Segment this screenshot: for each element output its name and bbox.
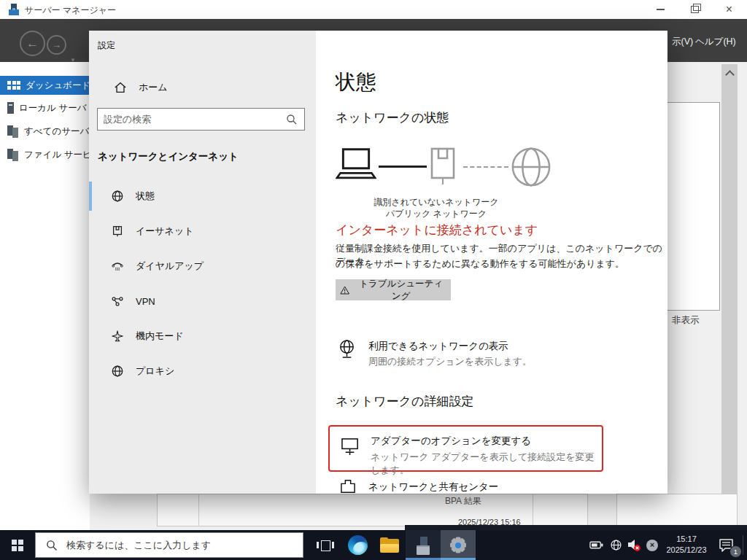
bpa-results-label: BPA 結果: [445, 495, 481, 508]
network-name: 識別されていないネットワーク: [360, 196, 513, 209]
connection-status-text: インターネットに接続されています: [336, 222, 538, 238]
panel-divider: [198, 494, 199, 526]
troubleshoot-button[interactable]: トラブルシューティング: [336, 279, 451, 300]
start-button[interactable]: [0, 530, 35, 560]
window-edge-strip: [405, 525, 747, 530]
scrollbar[interactable]: [721, 64, 738, 528]
nav-status[interactable]: 状態: [89, 182, 316, 211]
sharing-center-row[interactable]: ネットワークと共有センター: [336, 477, 642, 494]
taskbar-search-box[interactable]: [35, 532, 303, 558]
laptop-icon: [336, 147, 376, 185]
sharing-center-icon: [340, 479, 356, 494]
dashboard-grid-icon: [7, 81, 20, 90]
server-manager-title: サーバー マネージャー: [25, 4, 116, 17]
home-icon: [114, 81, 127, 94]
sm-restore-button[interactable]: [678, 0, 711, 19]
speaker-muted-icon: [627, 538, 641, 552]
internet-globe-icon: [510, 146, 552, 188]
panel-divider: [533, 494, 533, 526]
nav-proxy[interactable]: プロキシ: [89, 357, 316, 386]
network-globe-icon: [610, 539, 622, 551]
ethernet-connector-icon: [427, 146, 459, 190]
settings-main: 状態 ネットワークの状態 識別されていないネットワーク パブリック ネットワーク: [316, 31, 667, 494]
nav-airplane-mode[interactable]: 機内モード: [89, 322, 316, 351]
server-manager-sidebar: ダッシュボード ローカル サーバ すべてのサーバ ファイル サービ: [0, 62, 90, 530]
show-networks-title: 利用できるネットワークの表示: [368, 340, 508, 353]
sidebar-item-dashboard[interactable]: ダッシュボード: [0, 76, 90, 95]
settings-search-input[interactable]: [98, 114, 286, 125]
adapter-options-desc: ネットワーク アダプターを表示して接続設定を変更します。: [371, 451, 602, 477]
nav-vpn[interactable]: VPN: [89, 287, 316, 316]
x-circle-icon: ×: [646, 540, 658, 551]
server-manager-icon: [414, 537, 432, 554]
sm-minimize-button[interactable]: [644, 0, 677, 19]
network-type: パブリック ネットワーク: [360, 208, 513, 220]
background-panel: [616, 494, 738, 526]
settings-search-box[interactable]: [97, 108, 305, 131]
wired-link-line: [379, 166, 427, 168]
task-view-icon: [317, 540, 334, 551]
volume-tray-button[interactable]: [625, 530, 643, 560]
globe-icon: [111, 190, 136, 203]
back-button[interactable]: ←: [20, 31, 45, 56]
power-tray-button[interactable]: [588, 530, 605, 560]
server-manager-app-icon: [7, 3, 20, 16]
battery-icon: [589, 540, 604, 550]
search-icon: [46, 540, 58, 551]
adapter-options-highlight[interactable]: アダプターのオプションを変更する ネットワーク アダプターを表示して接続設定を変…: [328, 425, 603, 472]
file-services-icon: [7, 149, 19, 160]
edge-button[interactable]: [341, 530, 374, 560]
edge-icon: [348, 535, 368, 555]
file-explorer-button[interactable]: [374, 530, 406, 560]
nav-home[interactable]: ホーム: [89, 74, 316, 101]
folder-icon: [380, 537, 399, 553]
menu-help[interactable]: ヘルプ(H): [695, 36, 736, 48]
network-status-heading: ネットワークの状態: [336, 109, 449, 126]
network-tray-button[interactable]: [607, 530, 624, 560]
server-manager-titlebar: サーバー マネージャー ×: [0, 0, 747, 19]
settings-window: 設定 × ホーム ネットワークとインターネット 状態: [89, 31, 667, 494]
hide-link[interactable]: 非表示: [672, 314, 700, 327]
clock-date: 2025/12/23: [659, 545, 714, 556]
nav-dialup[interactable]: ダイヤルアップ: [89, 252, 316, 281]
scroll-up-icon[interactable]: [725, 70, 735, 79]
ethernet-icon: [111, 225, 136, 238]
menu-view-partial[interactable]: 示(V): [672, 36, 693, 48]
server-manager-taskbar-button[interactable]: [406, 530, 441, 560]
sidebar-item-all-servers[interactable]: すべてのサーバ: [0, 122, 90, 141]
page-title: 状態: [336, 69, 376, 96]
airplane-icon: [111, 330, 136, 343]
nav-ethernet[interactable]: イーサネット: [89, 217, 316, 246]
forward-button[interactable]: →: [47, 35, 66, 55]
background-panel: [157, 494, 588, 526]
server-icon: [7, 102, 14, 114]
servers-icon: [7, 125, 19, 137]
sidebar-item-local-server[interactable]: ローカル サーバ: [0, 98, 90, 117]
phone-icon: [111, 260, 136, 273]
sm-close-button[interactable]: ×: [713, 0, 746, 19]
sharing-center-title: ネットワークと共有センター: [368, 481, 498, 494]
taskbar-search-input[interactable]: [65, 539, 303, 551]
search-icon: [286, 114, 298, 125]
settings-gear-icon: [449, 536, 468, 555]
task-view-button[interactable]: [309, 530, 341, 560]
sidebar-item-file-services[interactable]: ファイル サービ: [0, 145, 90, 164]
adapter-options-title: アダプターのオプションを変更する: [371, 435, 531, 448]
taskbar: × 15:17 2025/12/23 1: [0, 530, 747, 560]
settings-window-title: 設定: [98, 39, 115, 52]
notification-badge: 1: [729, 545, 742, 558]
settings-taskbar-button[interactable]: [441, 530, 476, 560]
advanced-settings-heading: ネットワークの詳細設定: [336, 393, 473, 410]
adapter-icon: [341, 438, 360, 456]
proxy-globe-icon: [111, 365, 136, 378]
settings-section-title: ネットワークとインターネット: [98, 150, 239, 163]
show-networks-row[interactable]: 利用できるネットワークの表示 周囲の接続オプションを表示します。: [336, 337, 642, 369]
available-networks-icon: [337, 339, 357, 360]
windows-logo-icon: [12, 540, 23, 551]
clock-time: 15:17: [659, 534, 714, 545]
show-networks-desc: 周囲の接続オプションを表示します。: [368, 355, 532, 368]
internet-link-line: [463, 166, 508, 168]
tray-separator: [743, 535, 743, 555]
warning-icon: [340, 285, 349, 295]
taskbar-clock[interactable]: 15:17 2025/12/23: [659, 534, 714, 556]
